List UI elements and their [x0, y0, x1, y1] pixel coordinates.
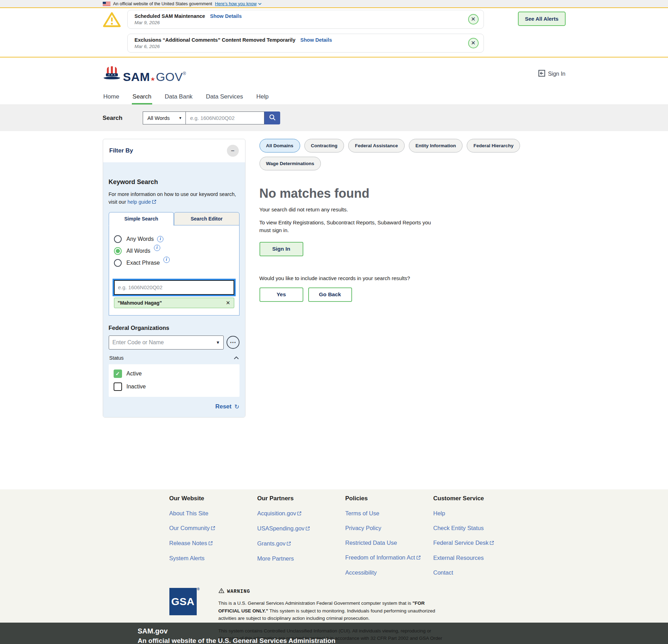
alert-close-button[interactable]: ✕	[468, 38, 479, 48]
close-icon: ✕	[471, 40, 475, 46]
footer-link[interactable]: Restricted Data Use	[345, 540, 433, 546]
footer-link[interactable]: Privacy Policy	[345, 525, 433, 531]
footer-link[interactable]: Release Notes	[169, 540, 257, 547]
search-mode-value: All Words	[147, 115, 170, 121]
footer-column-our-partners: Our Partners Acquisition.gov USASpending…	[257, 495, 345, 576]
filter-panel: Filter By − Keyword Search For more info…	[103, 139, 245, 418]
footer-link-label: Federal Service Desk	[433, 540, 489, 546]
alert-show-details-link[interactable]: Show Details	[301, 37, 332, 43]
no-results-message: Your search did not return any results.	[259, 206, 566, 212]
sign-in-button[interactable]: Sign In	[259, 242, 303, 256]
yes-button[interactable]: Yes	[259, 287, 303, 302]
help-guide-link[interactable]: help guide	[128, 199, 151, 205]
results-area: All Domains Contracting Federal Assistan…	[259, 139, 566, 302]
tab-simple-search[interactable]: Simple Search	[109, 212, 174, 226]
footer-link-label: Check Entity Status	[433, 525, 484, 531]
footer-link[interactable]: Check Entity Status	[433, 525, 521, 531]
footer-link-label: Help	[433, 510, 445, 516]
nav-item-data-bank[interactable]: Data Bank	[164, 90, 193, 104]
keyword-search-input[interactable]	[114, 280, 234, 295]
pill-contracting[interactable]: Contracting	[304, 139, 344, 152]
chip-remove-icon[interactable]: ✕	[226, 300, 230, 306]
footer-link[interactable]: Terms of Use	[345, 510, 433, 517]
go-back-button[interactable]: Go Back	[308, 287, 352, 302]
caret-down-icon: ▼	[178, 116, 182, 120]
footer-link[interactable]: Federal Service Desk	[433, 540, 521, 547]
reset-filters-link[interactable]: Reset	[215, 403, 231, 410]
sign-in-required-message: To view Entity Registrations, Subcontrac…	[259, 219, 435, 234]
footer-link[interactable]: Accessibility	[345, 569, 433, 576]
footer-link[interactable]: Our Community	[169, 525, 257, 532]
footer-column-heading: Policies	[345, 495, 433, 502]
logo-star-icon: ★	[150, 76, 156, 82]
header-sign-in-link[interactable]: Sign In	[538, 70, 566, 78]
footer-column-our-website: Our Website About This Site Our Communit…	[169, 495, 257, 576]
checkbox-inactive-label: Inactive	[127, 384, 146, 390]
nav-item-help[interactable]: Help	[256, 90, 269, 104]
footer-link[interactable]: About This Site	[169, 510, 257, 517]
footer-link-label: Freedom of Information Act	[345, 554, 415, 561]
footer-link-label: Release Notes	[169, 540, 207, 546]
us-flag-icon	[103, 2, 110, 6]
federal-org-more-button[interactable]: ⋯	[227, 336, 239, 349]
reset-icon[interactable]: ↻	[234, 403, 239, 410]
search-submit-button[interactable]	[264, 111, 280, 124]
global-search-bar: Search All Words ▼	[0, 105, 668, 131]
footer-link-label: Our Community	[169, 525, 210, 531]
footer-link-label: System Alerts	[169, 555, 205, 561]
main-nav: Home Search Data Bank Data Services Help	[0, 90, 668, 105]
status-options-box: ✓ Active Inactive	[109, 364, 239, 397]
footer-link[interactable]: External Resources	[433, 555, 521, 561]
footer-link[interactable]: USASpending.gov	[257, 525, 345, 532]
footer-link-label: Privacy Policy	[345, 525, 382, 531]
footer-link-label: Grants.gov	[257, 540, 286, 547]
footer-link[interactable]: Freedom of Information Act	[345, 554, 433, 561]
alert-close-button[interactable]: ✕	[468, 14, 479, 25]
checkbox-inactive[interactable]	[114, 382, 122, 391]
pill-federal-assistance[interactable]: Federal Assistance	[348, 139, 405, 152]
footer-link[interactable]: Help	[433, 510, 521, 517]
alert-item: Exclusions “Additional Comments” Content…	[127, 34, 484, 53]
federal-org-input[interactable]	[109, 335, 224, 350]
filter-panel-title: Filter By	[109, 147, 133, 154]
external-link-icon	[211, 525, 215, 532]
footer-link-label: About This Site	[169, 510, 209, 516]
external-link-icon	[297, 510, 302, 517]
nav-item-data-services[interactable]: Data Services	[205, 90, 244, 104]
footer-link[interactable]: Acquisition.gov	[257, 510, 345, 517]
filter-collapse-button[interactable]: −	[227, 145, 239, 157]
checkbox-active[interactable]: ✓	[114, 370, 122, 378]
pill-wage-determinations[interactable]: Wage Determinations	[259, 157, 321, 170]
chevron-up-icon[interactable]	[234, 356, 239, 359]
alert-show-details-link[interactable]: Show Details	[210, 13, 242, 19]
radio-all-words[interactable]	[114, 247, 122, 255]
global-search-input[interactable]	[185, 111, 264, 124]
radio-any-words[interactable]	[114, 235, 122, 243]
no-matches-title: No matches found	[259, 186, 566, 201]
federal-organizations-heading: Federal Organizations	[109, 325, 239, 331]
footer-link[interactable]: Grants.gov	[257, 540, 345, 547]
uncle-sam-hat-icon	[103, 65, 121, 83]
external-link-icon	[208, 540, 213, 547]
see-all-alerts-button[interactable]: See All Alerts	[518, 12, 566, 26]
info-icon[interactable]: i	[157, 236, 163, 242]
pill-federal-hierarchy[interactable]: Federal Hierarchy	[467, 139, 520, 152]
nav-item-search[interactable]: Search	[132, 90, 152, 104]
tab-search-editor[interactable]: Search Editor	[174, 212, 239, 225]
footer-link[interactable]: More Partners	[257, 555, 345, 562]
footer-link[interactable]: System Alerts	[169, 555, 257, 562]
external-link-icon	[286, 541, 291, 547]
nav-item-home[interactable]: Home	[103, 90, 120, 104]
warning-triangle-icon	[103, 23, 121, 29]
footer-link-label: Contact	[433, 569, 453, 576]
footer-link[interactable]: Contact	[433, 569, 521, 576]
pill-all-domains[interactable]: All Domains	[259, 139, 300, 152]
gov-banner: An official website of the United States…	[0, 0, 668, 8]
radio-exact-phrase[interactable]	[114, 259, 122, 267]
sam-gov-logo[interactable]: SAM★GOV®	[103, 65, 186, 83]
info-icon[interactable]: i	[163, 257, 170, 263]
search-mode-select[interactable]: All Words ▼	[143, 111, 185, 124]
info-icon[interactable]: i	[154, 245, 160, 251]
pill-entity-information[interactable]: Entity Information	[409, 139, 463, 152]
how-you-know-link[interactable]: Here’s how you know	[215, 1, 257, 6]
